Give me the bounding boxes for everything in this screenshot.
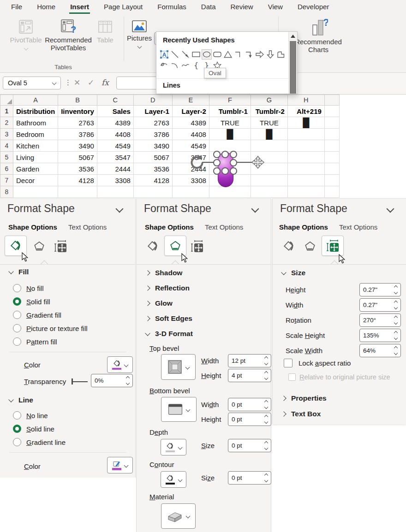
elbow-connector-shape-icon[interactable]	[233, 49, 244, 59]
cell[interactable]	[209, 186, 251, 198]
cell[interactable]	[287, 163, 324, 175]
rotate-handle-icon[interactable]	[187, 154, 204, 171]
insert-function-icon[interactable]: fx	[102, 78, 109, 87]
lock-aspect-ratio-checkbox[interactable]	[284, 359, 293, 367]
fill-color-button[interactable]	[107, 356, 133, 373]
recommended-pivottables-button[interactable]: ? Recommended PivotTables	[45, 18, 91, 52]
column-header[interactable]: B	[58, 95, 97, 106]
cell[interactable]: █	[251, 129, 287, 140]
menu-item-developer[interactable]: Developer	[290, 0, 336, 14]
triangle-shape-icon[interactable]	[223, 49, 233, 59]
tab-text-options[interactable]: Text Options	[205, 223, 243, 231]
cell[interactable]: 2763	[58, 117, 97, 129]
cell[interactable]	[324, 152, 339, 163]
column-header[interactable]: C	[97, 95, 133, 106]
tab-shape-options[interactable]: Shape Options	[8, 223, 57, 231]
resize-handle[interactable]	[213, 151, 221, 158]
cell[interactable]: 3308	[97, 175, 133, 186]
properties-section-header[interactable]: Properties	[282, 394, 327, 402]
scribble-shape-icon[interactable]	[159, 60, 169, 71]
cancel-icon[interactable]: ✕	[74, 78, 80, 88]
select-all-corner[interactable]	[0, 95, 13, 106]
material-button[interactable]	[161, 503, 196, 529]
table-button[interactable]: Table	[92, 19, 118, 44]
no-fill-option[interactable]: No fill	[13, 284, 44, 293]
cell[interactable]: 3547	[97, 152, 133, 163]
cell[interactable]	[287, 129, 324, 140]
cell[interactable]	[324, 163, 339, 175]
column-header[interactable]	[324, 95, 339, 106]
cell[interactable]	[97, 186, 133, 198]
menu-item-review[interactable]: Review	[223, 0, 261, 14]
cell[interactable]	[287, 175, 324, 186]
tab-shape-options[interactable]: Shape Options	[279, 223, 328, 231]
size-properties-category-button[interactable]	[322, 236, 344, 256]
row-header[interactable]: 7	[0, 175, 13, 186]
resize-handle[interactable]	[230, 159, 237, 166]
spinner-arrows-icon[interactable]	[394, 316, 397, 324]
cell[interactable]: Decor	[13, 175, 58, 186]
rounded-rectangle-shape-icon[interactable]	[212, 49, 222, 59]
3d-format-section-header[interactable]: 3-D Format	[146, 330, 193, 338]
cell[interactable]: 4408	[97, 129, 133, 140]
oval-shape-icon[interactable]	[202, 49, 212, 59]
cell[interactable]	[287, 186, 324, 198]
row-header[interactable]: 5	[0, 152, 13, 163]
gradient-line-option[interactable]: Gradient line	[13, 437, 66, 447]
menu-item-view[interactable]: View	[261, 0, 290, 14]
cell[interactable]: Layer-1	[133, 106, 172, 117]
cell[interactable]: Bedroom	[13, 129, 58, 140]
scrollbar-thumb[interactable]	[290, 41, 296, 94]
line-section-header[interactable]: Line	[9, 396, 33, 404]
cell[interactable]: 2763	[133, 117, 172, 129]
size-section-header[interactable]: Size	[282, 269, 305, 277]
spinner-arrows-icon[interactable]	[265, 401, 268, 408]
spinner-arrows-icon[interactable]	[394, 286, 397, 294]
cell[interactable]	[324, 117, 339, 129]
cell[interactable]: 3786	[133, 129, 172, 140]
cell[interactable]	[324, 140, 339, 152]
width-spinner[interactable]: 0.27"	[359, 298, 401, 312]
fill-line-category-button[interactable]	[278, 236, 299, 256]
cell[interactable]	[13, 186, 58, 198]
cell[interactable]	[287, 152, 324, 163]
cell[interactable]	[324, 186, 339, 198]
spinner-arrows-icon[interactable]	[394, 347, 397, 355]
spinner-arrows-icon[interactable]	[265, 474, 268, 482]
name-box[interactable]: Oval 5	[3, 77, 61, 89]
pictures-button[interactable]: Pictures	[125, 19, 153, 48]
cell[interactable]: 3490	[58, 140, 97, 152]
tab-text-options[interactable]: Text Options	[68, 223, 107, 231]
cell[interactable]: 3308	[172, 175, 209, 186]
size-properties-category-button[interactable]	[186, 236, 208, 256]
cell[interactable]	[172, 186, 209, 198]
cell[interactable]: Layer-2	[172, 106, 209, 117]
cell[interactable]	[251, 175, 287, 186]
cell[interactable]: █	[287, 117, 324, 129]
cell[interactable]: 5067	[133, 152, 172, 163]
cell[interactable]: Kitchen	[13, 140, 58, 152]
line-arrow-shape-icon[interactable]	[180, 49, 191, 59]
top-bevel-width-spinner[interactable]: 12 pt	[228, 354, 271, 367]
cell[interactable]: 4389	[97, 117, 133, 129]
soft-edges-section-header[interactable]: Soft Edges	[146, 314, 192, 323]
column-header[interactable]: F	[209, 95, 251, 106]
cell[interactable]: Tumblr-2	[251, 106, 287, 117]
column-header[interactable]: A	[13, 95, 58, 106]
resize-handle[interactable]	[221, 167, 229, 175]
effects-category-button[interactable]	[29, 236, 50, 256]
cell[interactable]: 4128	[58, 175, 97, 186]
cell[interactable]: Living	[13, 152, 58, 163]
cell[interactable]: Distribution	[13, 106, 58, 117]
resize-handle[interactable]	[213, 159, 221, 166]
fill-line-category-button[interactable]	[142, 236, 163, 256]
spinner-arrows-icon[interactable]	[394, 331, 397, 339]
row-header[interactable]: 4	[0, 140, 13, 152]
top-bevel-button[interactable]	[161, 354, 196, 380]
cell[interactable]	[251, 140, 287, 152]
column-header[interactable]: G	[251, 95, 287, 106]
cell[interactable]: Bathroom	[13, 117, 58, 129]
tab-shape-options[interactable]: Shape Options	[145, 223, 194, 231]
right-arrow-shape-icon[interactable]	[255, 49, 265, 59]
resize-handle[interactable]	[230, 151, 237, 158]
